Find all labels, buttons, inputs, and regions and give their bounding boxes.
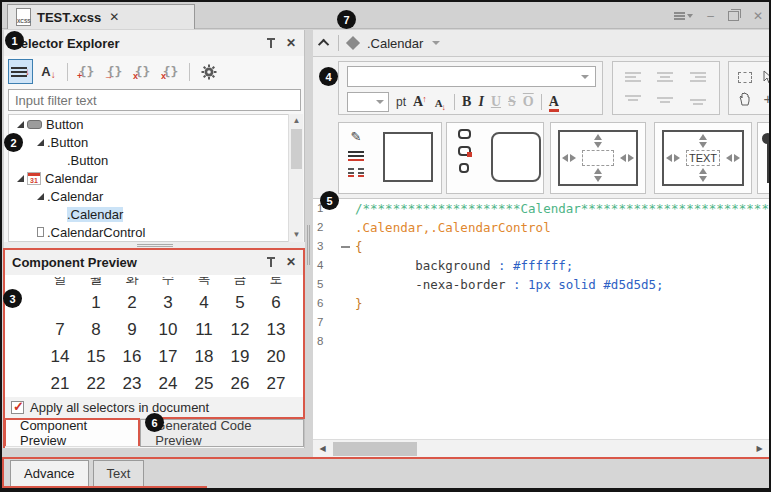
padding-editor-preview[interactable]	[550, 122, 646, 194]
insert-selector-icon[interactable]: {}→	[102, 59, 127, 84]
code-line[interactable]: 7	[313, 313, 769, 332]
calendar-day[interactable]: 8	[78, 316, 114, 343]
tab-text[interactable]: Text	[93, 460, 145, 487]
font-grow-icon[interactable]: A↑	[413, 94, 428, 110]
calendar-day[interactable]: 2	[114, 289, 150, 316]
tree-item-calendar[interactable]: .Calendar	[9, 205, 288, 223]
tree-expander-icon[interactable]	[13, 175, 27, 182]
code-line[interactable]: 2.Calendar,.CalendarControl	[313, 218, 769, 237]
calendar-day[interactable]: 27	[258, 370, 294, 397]
bold-icon[interactable]: B	[462, 94, 471, 110]
code-line[interactable]: 3{	[313, 237, 769, 256]
apply-selectors-checkbox[interactable]: ✓	[11, 401, 24, 414]
calendar-day[interactable]: 6	[258, 289, 294, 316]
calendar-day[interactable]: 23	[114, 370, 150, 397]
valign-middle-icon[interactable]	[657, 94, 674, 105]
calendar-day[interactable]: 1	[78, 289, 114, 316]
tree-scrollbar[interactable]: ▲ ▼	[288, 114, 303, 242]
scrollbar-thumb[interactable]	[333, 442, 417, 456]
sort-selectors-icon[interactable]: ↓	[8, 59, 33, 84]
calendar-day[interactable]: 26	[222, 370, 258, 397]
calendar-day[interactable]: 16	[114, 343, 150, 370]
scrollbar-thumb[interactable]	[291, 129, 302, 169]
code-line[interactable]: 8	[313, 332, 769, 351]
document-tab-test-xcss[interactable]: XCSS TEST.xcss ✕	[7, 4, 195, 29]
radius-small-icon[interactable]	[459, 163, 469, 173]
css-code-editor[interactable]: 1/*********************Calendar*********…	[313, 198, 769, 439]
scroll-right-icon[interactable]: ▶	[752, 442, 767, 456]
vertical-splitter[interactable]	[305, 30, 313, 458]
pin-icon[interactable]	[266, 37, 276, 49]
tab-close-icon[interactable]: ✕	[109, 10, 119, 24]
calendar-day[interactable]: 21	[42, 370, 78, 397]
strikethrough-icon[interactable]: S	[508, 94, 516, 110]
calendar-day[interactable]: 22	[78, 370, 114, 397]
window-menu-icon[interactable]	[674, 12, 693, 20]
tree-expander-icon[interactable]	[33, 139, 47, 146]
add-selector-icon[interactable]: {}+	[74, 59, 99, 84]
settings-gear-icon[interactable]	[196, 59, 221, 84]
fold-marker-icon[interactable]	[339, 237, 355, 256]
radius-icon[interactable]	[458, 129, 471, 139]
add-tool-icon[interactable]: +	[764, 92, 771, 106]
calendar-day[interactable]: 25	[186, 370, 222, 397]
calendar-day[interactable]: 10	[150, 316, 186, 343]
tree-item-button[interactable]: .Button	[9, 151, 288, 169]
code-line[interactable]: 6}	[313, 294, 769, 313]
calendar-day[interactable]: 18	[186, 343, 222, 370]
align-left-icon[interactable]	[625, 71, 642, 84]
italic-icon[interactable]: I	[478, 94, 483, 110]
filter-input[interactable]	[8, 89, 301, 111]
restore-icon[interactable]	[728, 11, 739, 21]
slider-preview-clipped[interactable]	[757, 122, 771, 194]
calendar-day[interactable]: 7	[42, 316, 78, 343]
align-right-icon[interactable]	[690, 71, 707, 84]
calendar-day[interactable]: 4	[186, 289, 222, 316]
calendar-day[interactable]: 11	[186, 316, 222, 343]
tab-advance[interactable]: Advance	[10, 460, 89, 487]
line-dash-icon[interactable]	[348, 168, 364, 177]
delete-all-selectors-icon[interactable]: {}x	[158, 59, 183, 84]
tab-generated-code-preview[interactable]: Generated Code Preview	[140, 419, 304, 447]
border-radius-preview[interactable]	[446, 122, 544, 194]
close-icon[interactable]: ✕	[753, 9, 763, 23]
text-padding-editor-preview[interactable]: TEXT	[654, 122, 752, 194]
collapse-chevron-icon[interactable]	[318, 39, 329, 50]
valign-bottom-icon[interactable]	[690, 94, 707, 105]
font-size-combobox[interactable]	[347, 92, 389, 112]
overline-icon[interactable]: O	[523, 94, 534, 110]
calendar-day[interactable]: 20	[258, 343, 294, 370]
selector-tree[interactable]: Button.Button.Button31Calendar.Calendar.…	[8, 114, 289, 242]
pencil-icon[interactable]: ✎	[351, 129, 362, 144]
tab-component-preview[interactable]: Component Preview	[4, 418, 140, 446]
code-line[interactable]: 5 -nexa-border : 1px solid #d5d5d5;	[313, 275, 769, 294]
calendar-day[interactable]: 15	[78, 343, 114, 370]
scroll-left-icon[interactable]: ◀	[315, 442, 330, 456]
scroll-down-icon[interactable]: ▼	[289, 228, 304, 242]
tree-item-calendarcontrol[interactable]: .CalendarControl	[9, 223, 288, 241]
editor-horizontal-scrollbar[interactable]: ◀ ▶	[313, 439, 769, 458]
calendar-day[interactable]: 24	[150, 370, 186, 397]
marquee-select-icon[interactable]	[738, 72, 752, 83]
hand-tool-icon[interactable]	[738, 92, 752, 106]
calendar-day[interactable]: 17	[150, 343, 186, 370]
tree-item-calendar[interactable]: 31Calendar	[9, 169, 288, 187]
panel-close-icon[interactable]: ✕	[286, 255, 296, 269]
radius-corner-icon[interactable]	[458, 146, 471, 156]
tree-expander-icon[interactable]	[33, 193, 47, 200]
calendar-day[interactable]: 5	[222, 289, 258, 316]
scroll-up-icon[interactable]: ▲	[289, 114, 304, 128]
align-center-icon[interactable]	[657, 71, 674, 84]
calendar-day[interactable]: 19	[222, 343, 258, 370]
code-line[interactable]: 1/*********************Calendar*********…	[313, 199, 769, 218]
valign-top-icon[interactable]	[625, 94, 642, 105]
minimize-icon[interactable]: –	[707, 9, 714, 23]
pin-icon[interactable]	[266, 256, 276, 268]
calendar-day[interactable]: 9	[114, 316, 150, 343]
tree-expander-icon[interactable]	[13, 121, 27, 128]
tree-item-button[interactable]: .Button	[9, 133, 288, 151]
line-weight-icon[interactable]	[348, 151, 364, 161]
tree-expander-icon[interactable]	[33, 228, 47, 236]
pointer-icon[interactable]	[762, 70, 771, 84]
calendar-day[interactable]: 13	[258, 316, 294, 343]
